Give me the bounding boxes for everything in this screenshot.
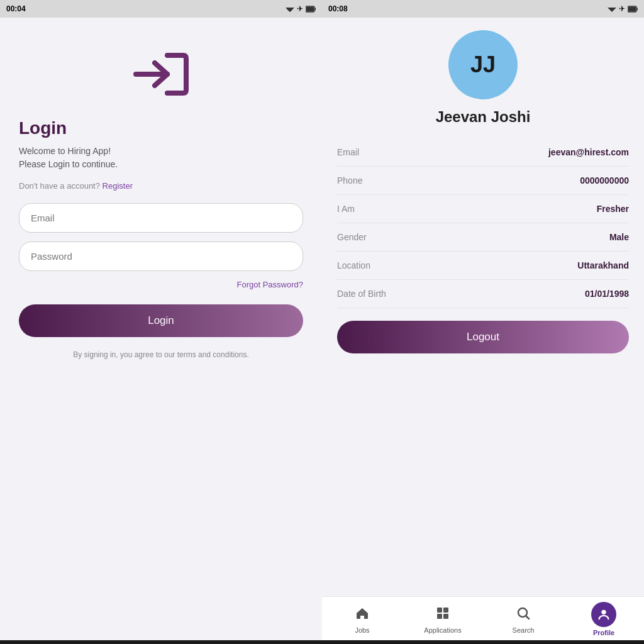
- wifi-icon-left: [286, 6, 294, 12]
- grid-icon: [431, 602, 454, 625]
- svg-rect-3: [315, 8, 316, 10]
- svg-marker-6: [608, 8, 616, 12]
- email-input[interactable]: [19, 203, 303, 233]
- airplane-icon-left: ✈: [297, 4, 303, 13]
- value-dob: 01/01/1998: [585, 289, 629, 299]
- nav-item-search[interactable]: Search: [483, 602, 564, 636]
- nav-item-profile[interactable]: Profile: [564, 602, 644, 636]
- login-icon: [130, 46, 192, 103]
- profile-row-email: Email jeevan@hirest.com: [337, 138, 629, 167]
- forgot-password-link[interactable]: Forgot Password?: [19, 280, 303, 289]
- label-gender: Gender: [337, 232, 367, 242]
- login-title: Login: [19, 118, 303, 138]
- nav-label-applications: Applications: [424, 626, 461, 634]
- nav-label-jobs: Jobs: [355, 626, 369, 634]
- profile-row-iam: I Am Fresher: [337, 195, 629, 223]
- svg-rect-13: [443, 614, 448, 619]
- bottom-bar-right: [322, 640, 644, 644]
- label-iam: I Am: [337, 204, 355, 214]
- login-subtitle: Welcome to Hiring App! Please Login to c…: [19, 145, 303, 171]
- login-button[interactable]: Login: [19, 304, 303, 337]
- value-location: Uttarakhand: [577, 260, 629, 270]
- nav-label-search: Search: [513, 626, 535, 634]
- label-email: Email: [337, 147, 359, 157]
- status-bar-right: 00:08 ✈: [322, 0, 644, 18]
- search-icon: [512, 602, 535, 625]
- home-icon: [351, 602, 374, 625]
- status-bar-left: 00:04 ✈: [0, 0, 322, 18]
- svg-rect-9: [628, 7, 636, 11]
- bottom-bar-left: [0, 640, 322, 644]
- avatar-wrap: JJ: [337, 30, 629, 99]
- status-icons-right: ✈: [608, 4, 638, 13]
- label-phone: Phone: [337, 175, 362, 186]
- airplane-icon-right: ✈: [619, 4, 625, 13]
- person-icon: [591, 602, 616, 627]
- svg-rect-10: [437, 608, 442, 613]
- terms-text: By signing in, you agree to our terms an…: [19, 350, 303, 360]
- value-phone: 0000000000: [580, 175, 629, 186]
- status-icons-left: ✈: [286, 4, 316, 13]
- left-phone: 00:04 ✈ Login: [0, 0, 322, 644]
- nav-label-profile: Profile: [593, 629, 614, 636]
- svg-rect-8: [637, 8, 638, 10]
- battery-icon-right: [628, 6, 638, 13]
- svg-line-15: [526, 616, 530, 619]
- profile-fields: Email jeevan@hirest.com Phone 0000000000…: [337, 138, 629, 308]
- svg-point-16: [601, 610, 606, 614]
- battery-icon-left: [306, 6, 316, 13]
- right-phone: 00:08 ✈ JJ Jeevan Joshi Email jeevan@hir…: [322, 0, 644, 644]
- register-row: Don't have a account? Register: [19, 181, 303, 191]
- svg-rect-11: [443, 608, 448, 613]
- value-gender: Male: [609, 232, 629, 242]
- nav-item-applications[interactable]: Applications: [402, 602, 483, 636]
- profile-row-phone: Phone 0000000000: [337, 167, 629, 195]
- svg-rect-4: [306, 7, 314, 11]
- bottom-nav: Jobs Applications Search: [322, 596, 644, 640]
- nav-item-jobs[interactable]: Jobs: [322, 602, 402, 636]
- label-dob: Date of Birth: [337, 289, 386, 299]
- value-email: jeevan@hirest.com: [548, 147, 629, 157]
- profile-content: JJ Jeevan Joshi Email jeevan@hirest.com …: [322, 18, 644, 596]
- avatar: JJ: [448, 30, 518, 99]
- login-icon-wrap: [19, 30, 303, 118]
- profile-row-dob: Date of Birth 01/01/1998: [337, 280, 629, 308]
- profile-row-location: Location Uttarakhand: [337, 252, 629, 280]
- status-time-right: 00:08: [328, 4, 348, 13]
- profile-row-gender: Gender Male: [337, 223, 629, 252]
- wifi-icon-right: [608, 6, 616, 12]
- register-link[interactable]: Register: [103, 181, 133, 191]
- login-content: Login Welcome to Hiring App! Please Logi…: [0, 18, 322, 640]
- svg-rect-12: [437, 614, 442, 619]
- svg-marker-1: [287, 9, 293, 13]
- status-time-left: 00:04: [6, 4, 26, 13]
- password-input[interactable]: [19, 242, 303, 271]
- logout-button[interactable]: Logout: [337, 321, 629, 353]
- profile-name: Jeevan Joshi: [337, 108, 629, 126]
- value-iam: Fresher: [597, 204, 629, 214]
- label-location: Location: [337, 260, 370, 270]
